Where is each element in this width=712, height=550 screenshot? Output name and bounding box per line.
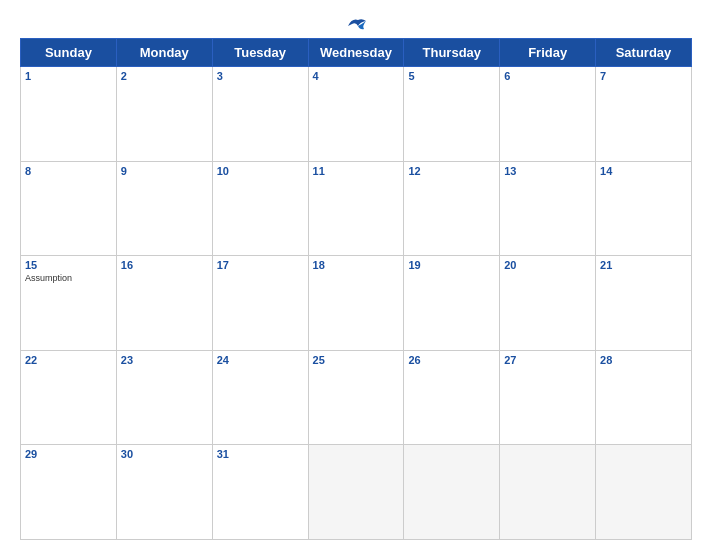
weekday-header-wednesday: Wednesday <box>308 39 404 67</box>
calendar-day-cell: 6 <box>500 67 596 162</box>
day-number: 1 <box>25 70 112 82</box>
day-number: 11 <box>313 165 400 177</box>
calendar-day-cell: 4 <box>308 67 404 162</box>
day-number: 31 <box>217 448 304 460</box>
calendar-day-cell: 18 <box>308 256 404 351</box>
calendar-day-cell: 3 <box>212 67 308 162</box>
calendar-day-cell: 17 <box>212 256 308 351</box>
day-number: 4 <box>313 70 400 82</box>
calendar-day-cell: 2 <box>116 67 212 162</box>
day-number: 14 <box>600 165 687 177</box>
holiday-label: Assumption <box>25 273 112 283</box>
calendar-day-cell: 7 <box>596 67 692 162</box>
weekday-header-monday: Monday <box>116 39 212 67</box>
day-number: 26 <box>408 354 495 366</box>
weekday-header-saturday: Saturday <box>596 39 692 67</box>
weekday-header-tuesday: Tuesday <box>212 39 308 67</box>
day-number: 3 <box>217 70 304 82</box>
calendar-day-cell: 23 <box>116 350 212 445</box>
day-number: 19 <box>408 259 495 271</box>
calendar-day-cell: 8 <box>21 161 117 256</box>
calendar-day-cell: 28 <box>596 350 692 445</box>
day-number: 18 <box>313 259 400 271</box>
day-number: 20 <box>504 259 591 271</box>
weekday-header-row: SundayMondayTuesdayWednesdayThursdayFrid… <box>21 39 692 67</box>
calendar-week-row: 15Assumption161718192021 <box>21 256 692 351</box>
day-number: 27 <box>504 354 591 366</box>
calendar-day-cell <box>308 445 404 540</box>
calendar-day-cell: 5 <box>404 67 500 162</box>
logo <box>344 16 368 34</box>
calendar-day-cell: 10 <box>212 161 308 256</box>
day-number: 16 <box>121 259 208 271</box>
day-number: 9 <box>121 165 208 177</box>
calendar-day-cell <box>404 445 500 540</box>
calendar-week-row: 293031 <box>21 445 692 540</box>
calendar-day-cell <box>596 445 692 540</box>
day-number: 22 <box>25 354 112 366</box>
calendar-day-cell: 11 <box>308 161 404 256</box>
calendar-week-row: 891011121314 <box>21 161 692 256</box>
calendar-day-cell: 29 <box>21 445 117 540</box>
day-number: 15 <box>25 259 112 271</box>
weekday-header-thursday: Thursday <box>404 39 500 67</box>
logo-bird-icon <box>346 16 368 34</box>
day-number: 8 <box>25 165 112 177</box>
day-number: 30 <box>121 448 208 460</box>
calendar-day-cell <box>500 445 596 540</box>
calendar-day-cell: 25 <box>308 350 404 445</box>
calendar-day-cell: 27 <box>500 350 596 445</box>
day-number: 25 <box>313 354 400 366</box>
day-number: 7 <box>600 70 687 82</box>
calendar-day-cell: 22 <box>21 350 117 445</box>
day-number: 10 <box>217 165 304 177</box>
calendar-day-cell: 13 <box>500 161 596 256</box>
calendar-week-row: 22232425262728 <box>21 350 692 445</box>
calendar-week-row: 1234567 <box>21 67 692 162</box>
day-number: 2 <box>121 70 208 82</box>
day-number: 13 <box>504 165 591 177</box>
weekday-header-friday: Friday <box>500 39 596 67</box>
calendar-day-cell: 12 <box>404 161 500 256</box>
day-number: 21 <box>600 259 687 271</box>
calendar-day-cell: 1 <box>21 67 117 162</box>
calendar-day-cell: 15Assumption <box>21 256 117 351</box>
calendar-day-cell: 21 <box>596 256 692 351</box>
day-number: 23 <box>121 354 208 366</box>
calendar-table: SundayMondayTuesdayWednesdayThursdayFrid… <box>20 38 692 540</box>
calendar-day-cell: 20 <box>500 256 596 351</box>
day-number: 29 <box>25 448 112 460</box>
day-number: 28 <box>600 354 687 366</box>
weekday-header-sunday: Sunday <box>21 39 117 67</box>
calendar-day-cell: 14 <box>596 161 692 256</box>
calendar-header <box>20 16 692 34</box>
day-number: 6 <box>504 70 591 82</box>
day-number: 17 <box>217 259 304 271</box>
calendar-day-cell: 31 <box>212 445 308 540</box>
calendar-day-cell: 16 <box>116 256 212 351</box>
calendar-day-cell: 19 <box>404 256 500 351</box>
day-number: 5 <box>408 70 495 82</box>
calendar-day-cell: 24 <box>212 350 308 445</box>
calendar-day-cell: 26 <box>404 350 500 445</box>
day-number: 24 <box>217 354 304 366</box>
day-number: 12 <box>408 165 495 177</box>
calendar-day-cell: 9 <box>116 161 212 256</box>
calendar-day-cell: 30 <box>116 445 212 540</box>
